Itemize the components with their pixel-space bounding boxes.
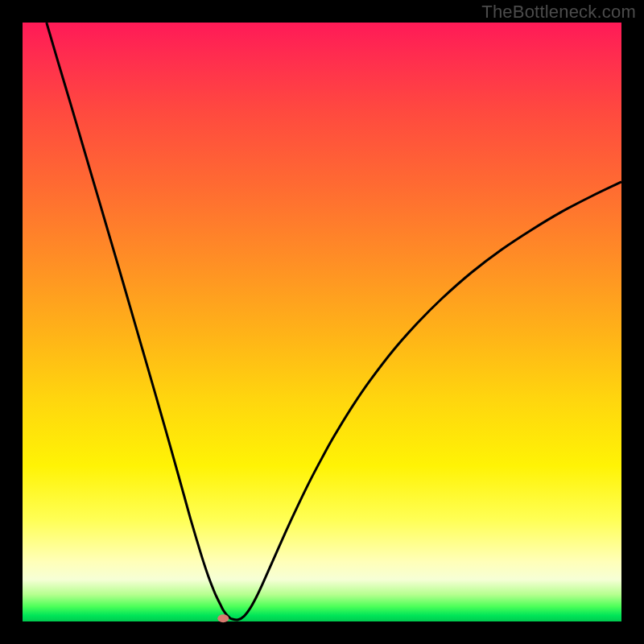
bottleneck-curve: [47, 23, 621, 620]
watermark-text: TheBottleneck.com: [481, 2, 636, 23]
chart-plot-area: [23, 23, 621, 621]
chart-frame: TheBottleneck.com: [0, 0, 644, 644]
minimum-marker: [217, 614, 229, 622]
chart-curve-layer: [23, 23, 621, 621]
